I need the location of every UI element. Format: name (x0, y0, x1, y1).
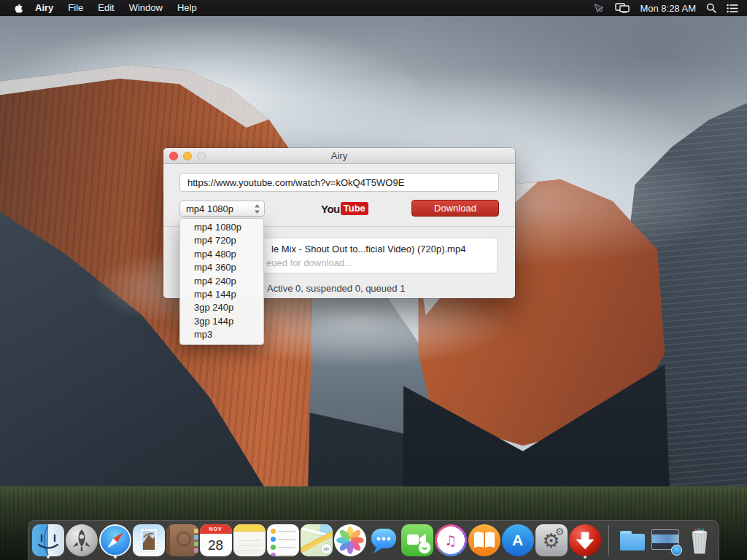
dock-item-messages[interactable] (368, 522, 400, 559)
window-title: Airy (331, 150, 347, 161)
window-titlebar[interactable]: Airy (163, 148, 515, 164)
menu-item-window[interactable]: Window (122, 0, 170, 16)
dock-item-contacts[interactable] (166, 522, 198, 559)
dropdown-option-mp4-480p[interactable]: mp4 480p (180, 248, 263, 261)
dropdown-option-3gp-144p[interactable]: 3gp 144p (180, 315, 263, 328)
dropdown-option-mp3[interactable]: mp3 (180, 328, 263, 341)
gear-small-icon: ⚙ (555, 526, 565, 537)
contacts-book-icon (166, 524, 198, 556)
safari-badge-icon (671, 545, 682, 556)
dock-item-app-store[interactable]: A (502, 522, 534, 559)
calendar-day-label: 28 (200, 534, 232, 556)
dock-item-launchpad[interactable] (66, 522, 98, 559)
menu-item-file[interactable]: File (61, 0, 90, 16)
dropdown-option-mp4-1080p[interactable]: mp4 1080p (180, 221, 263, 234)
dock-item-maps[interactable]: 3D (301, 522, 333, 559)
zoom-button-disabled (197, 152, 206, 160)
window-status-bar: Active 0, suspended 0, queued 1 (267, 283, 405, 294)
notification-center-icon[interactable] (727, 4, 738, 13)
queue-item-title: le Mix - Shout Out to...ficial Video) (7… (271, 244, 465, 254)
youtube-logo-you: You (321, 203, 340, 215)
dock-item-minimized-safari-window[interactable] (650, 522, 682, 559)
dropdown-option-3gp-240p[interactable]: 3gp 240p (180, 301, 263, 314)
running-indicator-airy (584, 556, 587, 559)
calendar-month-label: NOV (200, 524, 232, 534)
folder-icon (620, 534, 645, 551)
mail-stamp-icon (133, 524, 165, 556)
dock-item-finder[interactable] (32, 522, 64, 559)
maps-3d-badge: 3D (321, 543, 332, 554)
menu-item-edit[interactable]: Edit (90, 0, 121, 16)
apple-icon (13, 2, 23, 14)
dropdown-option-mp4-720p[interactable]: mp4 720p (180, 234, 263, 247)
menu-bar-clock[interactable]: Mon 8:28 AM (640, 3, 696, 14)
notes-lines (238, 536, 261, 552)
menu-item-help[interactable]: Help (170, 0, 204, 16)
dock-item-safari[interactable] (99, 522, 131, 559)
dock-item-calendar[interactable]: NOV 28 (200, 522, 232, 559)
trash-full-icon (684, 524, 716, 556)
select-chevrons-icon (254, 203, 260, 214)
facetime-camera-icon (401, 524, 433, 556)
menu-bar: Airy File Edit Window Help Mon 8:28 AM (0, 0, 747, 16)
photos-flower-icon (334, 524, 366, 556)
desktop: Airy File Edit Window Help Mon 8:28 AM (0, 0, 747, 560)
quality-select[interactable]: mp4 1080p (179, 201, 265, 217)
youtube-logo: You Tube (321, 202, 368, 215)
rocket-icon (66, 524, 98, 556)
notes-yellow-strip (233, 524, 266, 532)
dock-item-system-preferences[interactable]: ⚙ ⚙ (535, 522, 568, 559)
download-button-label: Download (434, 203, 476, 214)
dock-item-reminders[interactable] (267, 522, 299, 559)
dock: NOV 28 3D (28, 520, 719, 560)
dropdown-option-mp4-144p[interactable]: mp4 144p (180, 288, 263, 301)
safari-compass-icon (101, 526, 130, 555)
close-button[interactable] (169, 152, 178, 160)
apple-menu[interactable] (9, 2, 28, 14)
dock-item-ibooks[interactable] (468, 522, 500, 559)
dock-item-trash[interactable] (684, 522, 716, 559)
dock-item-airy[interactable] (569, 522, 601, 559)
dropdown-option-mp4-360p[interactable]: mp4 360p (180, 261, 263, 274)
dock-item-photos[interactable] (334, 522, 366, 559)
quality-dropdown-menu: mp4 1080pmp4 720pmp4 480pmp4 360pmp4 240… (179, 218, 264, 345)
dock-item-mail[interactable] (133, 522, 165, 559)
app-store-a-glyph: A (512, 532, 523, 549)
url-input[interactable] (179, 173, 499, 192)
messages-bubble-icon (368, 524, 400, 556)
running-indicator-safari (114, 556, 117, 559)
menu-item-airy[interactable]: Airy (28, 0, 61, 16)
dock-item-facetime[interactable] (401, 522, 433, 559)
dock-item-itunes[interactable]: ♫ (435, 522, 467, 559)
running-indicator-finder (47, 556, 50, 559)
quality-select-value: mp4 1080p (186, 203, 233, 214)
cursor-pointer-icon[interactable] (594, 3, 605, 13)
ibooks-book-icon (473, 531, 495, 550)
itunes-note-icon: ♫ (444, 532, 457, 548)
dock-item-folder[interactable] (616, 522, 649, 559)
airy-down-arrow-icon (569, 524, 601, 556)
dock-item-notes[interactable] (233, 522, 266, 559)
minimize-button[interactable] (183, 152, 192, 160)
finder-face-icon (32, 524, 64, 556)
dropdown-option-mp4-240p[interactable]: mp4 240p (180, 275, 263, 288)
queue-item-status: eued for download... (266, 257, 352, 268)
spotlight-search-icon[interactable] (706, 3, 716, 13)
dock-separator (608, 525, 609, 556)
displays-mirroring-icon[interactable] (615, 3, 630, 13)
download-button[interactable]: Download (411, 200, 499, 217)
youtube-logo-tube: Tube (341, 202, 368, 215)
